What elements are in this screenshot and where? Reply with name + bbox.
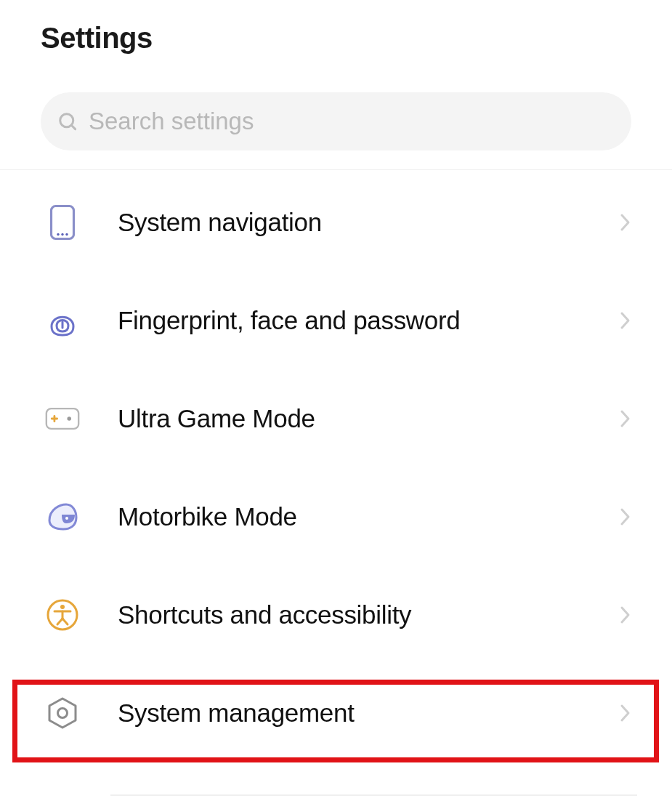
search-bar[interactable] bbox=[41, 92, 631, 150]
list-divider bbox=[110, 794, 637, 796]
phone-icon bbox=[45, 205, 80, 240]
chevron-right-icon bbox=[620, 507, 631, 527]
svg-point-13 bbox=[60, 605, 65, 609]
gamepad-icon bbox=[45, 401, 80, 436]
row-label: Ultra Game Mode bbox=[118, 404, 620, 433]
row-system-navigation[interactable]: System navigation bbox=[0, 173, 672, 271]
row-shortcuts-accessibility[interactable]: Shortcuts and accessibility bbox=[0, 565, 672, 664]
chevron-right-icon bbox=[620, 408, 631, 429]
row-system-management[interactable]: System management bbox=[0, 664, 672, 762]
chevron-right-icon bbox=[620, 703, 631, 723]
svg-point-19 bbox=[58, 708, 68, 717]
svg-line-16 bbox=[57, 619, 62, 624]
svg-point-3 bbox=[57, 233, 59, 235]
svg-marker-18 bbox=[49, 699, 76, 728]
fingerprint-icon bbox=[45, 303, 80, 338]
svg-point-10 bbox=[67, 416, 71, 421]
search-icon bbox=[57, 110, 78, 132]
search-input[interactable] bbox=[89, 108, 615, 135]
row-label: Fingerprint, face and password bbox=[118, 306, 620, 335]
row-label: System management bbox=[118, 699, 620, 728]
row-fingerprint-face-password[interactable]: Fingerprint, face and password bbox=[0, 271, 672, 369]
chevron-right-icon bbox=[620, 605, 631, 625]
page-title: Settings bbox=[0, 0, 672, 55]
settings-page: Settings System navig bbox=[0, 0, 672, 801]
row-label: Motorbike Mode bbox=[118, 502, 620, 531]
svg-point-11 bbox=[65, 517, 68, 520]
search-container bbox=[0, 55, 672, 150]
hexagon-gear-icon bbox=[45, 696, 80, 730]
helmet-icon bbox=[45, 499, 80, 534]
row-motorbike-mode[interactable]: Motorbike Mode bbox=[0, 467, 672, 565]
row-label: System navigation bbox=[118, 208, 620, 237]
svg-point-4 bbox=[61, 233, 63, 235]
accessibility-icon bbox=[45, 597, 80, 632]
row-label: Shortcuts and accessibility bbox=[118, 600, 620, 629]
chevron-right-icon bbox=[620, 310, 631, 331]
row-ultra-game-mode[interactable]: Ultra Game Mode bbox=[0, 369, 672, 467]
svg-line-1 bbox=[71, 125, 75, 129]
settings-list: System navigation Fingerprint, face and … bbox=[0, 170, 672, 762]
svg-point-5 bbox=[65, 233, 68, 235]
svg-line-17 bbox=[62, 619, 68, 624]
chevron-right-icon bbox=[620, 212, 631, 233]
